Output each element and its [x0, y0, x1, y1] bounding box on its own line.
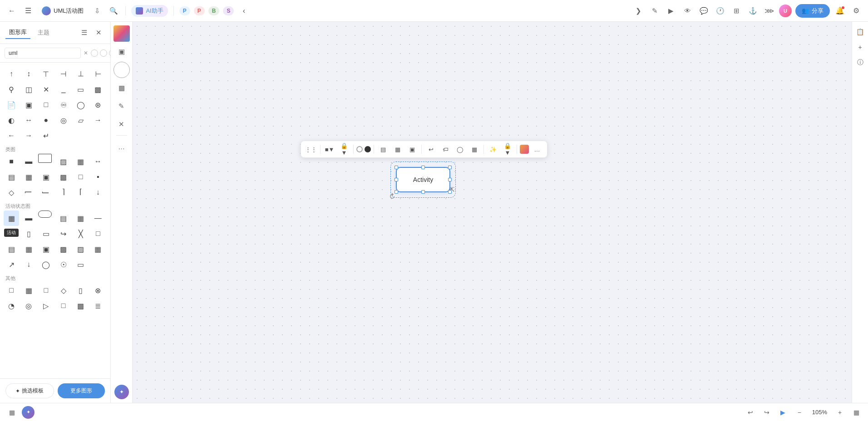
shape-class16[interactable]: ⌊ — [56, 185, 71, 200]
ft-merge-btn[interactable]: ▦ — [391, 143, 404, 156]
shape-doc[interactable]: ▣ — [21, 97, 36, 113]
activity-node[interactable]: Activity ⇱ — [396, 167, 450, 192]
tab-shapes[interactable]: 图形库 — [5, 26, 30, 39]
zoom-level[interactable]: 105% — [809, 408, 830, 416]
shape-other4[interactable]: ◇ — [56, 283, 71, 298]
handle-bottom-middle[interactable] — [421, 190, 425, 194]
rp-properties-btn[interactable]: 📋 — [854, 25, 867, 38]
toolbar-circle-page-icon[interactable] — [113, 62, 130, 78]
shape-class15[interactable]: ⌋ — [38, 185, 54, 200]
more-shapes-button[interactable]: 更多图形 — [58, 383, 105, 398]
shape-arrow-left[interactable]: ← — [4, 128, 19, 143]
shape-activity23[interactable]: ▭ — [73, 257, 89, 272]
rp-info-btn[interactable]: ⓘ — [854, 56, 867, 69]
shape-activity21[interactable]: ◯ — [38, 257, 54, 272]
shape-file[interactable]: 📄 — [4, 97, 19, 113]
handle-middle-right[interactable] — [448, 178, 452, 181]
ft-lock-dropdown[interactable]: 🔒▼ — [338, 143, 350, 156]
toolbar-color-icon[interactable] — [113, 25, 130, 42]
shape-line[interactable]: ⎯ — [56, 82, 71, 97]
shape-activity11[interactable]: ╳ — [73, 226, 89, 241]
shape-class13[interactable]: ◇ — [4, 185, 19, 200]
preview-icon[interactable]: 👁 — [681, 5, 694, 17]
toolbar-more-icon[interactable]: … — [113, 138, 130, 155]
shape-activity13[interactable]: ▤ — [4, 241, 19, 257]
shape-class3[interactable] — [38, 154, 52, 163]
ft-color-btn[interactable] — [520, 145, 529, 154]
shape-other1[interactable]: □ — [4, 283, 19, 298]
tab-b[interactable]: B — [208, 6, 220, 15]
shape-activity22[interactable]: ☉ — [56, 257, 71, 272]
shape-activity19[interactable]: ↗ — [4, 257, 19, 272]
avatar[interactable]: U — [779, 5, 792, 17]
ai-assistant-button[interactable]: AI助手 — [131, 5, 168, 17]
shape-opt-2[interactable] — [100, 49, 107, 57]
shape-class12[interactable]: ▪ — [90, 169, 106, 185]
shape-activity6[interactable]: — — [90, 210, 106, 226]
redo-button[interactable]: ↪ — [760, 406, 773, 419]
shape-opt-1[interactable] — [91, 49, 98, 57]
template-button[interactable]: ✦ 挑选模板 — [5, 383, 54, 398]
cursor-mode-btn[interactable]: ▶ — [777, 406, 789, 419]
zoom-out-btn[interactable]: − — [793, 406, 806, 419]
bottom-ai-btn[interactable]: ✦ — [22, 406, 35, 419]
shape-oval[interactable]: ◯ — [73, 97, 89, 113]
shape-activity12[interactable]: □ — [90, 226, 106, 241]
shape-activity4[interactable]: ▤ — [56, 210, 71, 226]
split-icon[interactable]: ⋙ — [763, 5, 775, 17]
shape-t-top3[interactable]: ⊤ — [73, 66, 89, 82]
toolbar-page-icon[interactable]: ▣ — [113, 44, 130, 60]
tab-p1[interactable]: P — [179, 6, 190, 15]
shape-class14[interactable]: ⌊ — [21, 185, 36, 200]
shape-class7[interactable]: ▤ — [4, 169, 19, 185]
play-icon[interactable]: ▶ — [665, 5, 677, 17]
shape-t-top[interactable]: ⊤ — [38, 66, 54, 82]
ft-style-dropdown[interactable]: ■▼ — [323, 143, 336, 156]
toolbar-pen-icon[interactable]: ✎ — [113, 98, 130, 114]
shape-arrow-right[interactable]: → — [90, 113, 106, 128]
shape-activity8[interactable]: ▯ — [21, 226, 36, 241]
handle-top-middle[interactable] — [421, 166, 425, 169]
shape-activity15[interactable]: ▣ — [38, 241, 54, 257]
shape-class2[interactable]: ▬ — [21, 154, 36, 169]
shape-t-top4[interactable]: ⊤ — [90, 66, 106, 82]
ft-table-btn[interactable]: ▦ — [468, 143, 481, 156]
ft-lock-more-btn[interactable]: 🔒▼ — [501, 143, 514, 156]
shape-arrow-corner[interactable]: ↵ — [38, 128, 54, 143]
shape-other7[interactable]: ◔ — [4, 298, 19, 313]
settings-button[interactable]: ⚙ — [850, 5, 863, 17]
handle-bottom-right[interactable] — [448, 190, 452, 194]
collapse-button[interactable]: ‹ — [237, 5, 250, 17]
shape-hor-arrows[interactable]: ↔ — [21, 113, 36, 128]
app-logo[interactable]: UML活动图 — [38, 5, 87, 17]
shape-double-oval[interactable]: ⊛ — [90, 97, 106, 113]
shape-other9[interactable]: ▷ — [38, 298, 54, 313]
comment-icon[interactable]: 💬 — [697, 5, 710, 17]
page-view-btn[interactable]: ▦ — [5, 406, 18, 419]
panel-list-icon[interactable]: ☰ — [78, 26, 90, 39]
shape-other3[interactable]: □ — [38, 283, 54, 298]
shape-class18[interactable]: ↓ — [90, 185, 106, 200]
shape-class8[interactable]: ▦ — [21, 169, 36, 185]
download-button[interactable]: ⇩ — [91, 5, 104, 17]
shape-class17[interactable]: ⌋ — [73, 185, 89, 200]
ft-connect-btn[interactable]: ✨ — [487, 143, 499, 156]
ft-tag-btn[interactable]: 🏷 — [439, 143, 452, 156]
tab-s[interactable]: S — [223, 6, 234, 15]
shape-box2[interactable]: □ — [38, 97, 54, 113]
ft-link-btn[interactable]: ↩ — [424, 143, 437, 156]
anchor-icon[interactable]: ⚓ — [746, 5, 759, 17]
shape-activity2[interactable]: ▬ — [21, 210, 36, 226]
clock-icon[interactable]: 🕐 — [714, 5, 726, 17]
search-clear-icon[interactable]: ✕ — [84, 50, 88, 56]
shape-activity10[interactable]: ↪ — [56, 226, 71, 241]
fit-page-btn[interactable]: ▦ — [850, 406, 863, 419]
shape-activity14[interactable]: ▦ — [21, 241, 36, 257]
shape-activity3[interactable] — [38, 210, 52, 218]
shape-class5[interactable]: ▦ — [73, 154, 89, 169]
shape-parallelogram[interactable]: ▱ — [73, 113, 89, 128]
shape-activity16[interactable]: ▩ — [56, 241, 71, 257]
shape-activity5[interactable]: ▦ — [73, 210, 89, 226]
shape-circle-dot[interactable]: ◎ — [56, 113, 71, 128]
shape-other8[interactable]: ◎ — [21, 298, 36, 313]
